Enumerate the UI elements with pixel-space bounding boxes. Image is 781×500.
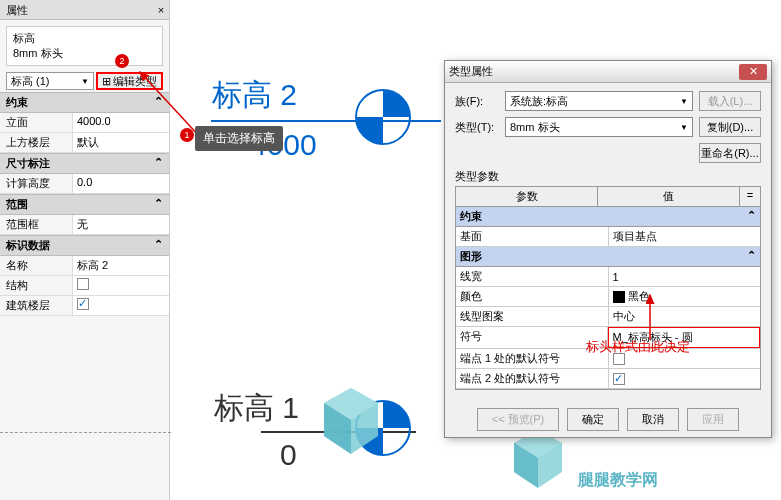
level2-name[interactable]: 标高 2 [212, 75, 297, 116]
section-dimensions[interactable]: 尺寸标注⌃ [0, 153, 169, 174]
param-row[interactable]: 范围框无 [0, 215, 169, 235]
level2-head-icon[interactable] [355, 89, 411, 145]
type-combo[interactable]: 8mm 标头▼ [505, 117, 693, 137]
edit-type-label: 编辑类型 [113, 74, 157, 89]
copy-button[interactable]: 复制(D)... [699, 117, 761, 137]
param-table: 参数 值 = 约束⌃ 基面项目基点 图形⌃ 线宽1 颜色黑色 线型图案中心 符号… [455, 186, 761, 390]
dialog-title: 类型属性 [449, 64, 493, 79]
section-graphics[interactable]: 图形⌃ [456, 247, 760, 267]
watermark-subtitle: 腿腿教学网 [578, 470, 658, 491]
table-header: 参数 值 = [456, 187, 760, 207]
dialog-title-bar[interactable]: 类型属性 ✕ [445, 61, 771, 83]
section-constraints[interactable]: 约束⌃ [456, 207, 760, 227]
type-preview-box[interactable]: 标高 8mm 标头 [6, 26, 163, 66]
close-icon[interactable]: ✕ [739, 64, 767, 80]
annotation-note: 标头样式由此决定 [586, 338, 690, 356]
rename-button[interactable]: 重命名(R)... [699, 143, 761, 163]
table-row[interactable]: 颜色黑色 [456, 287, 760, 307]
collapse-icon: ⌃ [154, 238, 163, 253]
family-label: 族(F): [455, 94, 499, 109]
ok-button[interactable]: 确定 [567, 408, 619, 431]
param-row[interactable]: 上方楼层默认 [0, 133, 169, 153]
collapse-icon: ⌃ [154, 95, 163, 110]
param-row[interactable]: 名称标高 2 [0, 256, 169, 276]
family-combo[interactable]: 系统族:标高▼ [505, 91, 693, 111]
guide-dashline [0, 432, 171, 433]
type-name: 标高 [13, 31, 156, 46]
table-row[interactable]: 线型图案中心 [456, 307, 760, 327]
param-row[interactable]: 计算高度0.0 [0, 174, 169, 194]
param-row[interactable]: 建筑楼层 [0, 296, 169, 316]
section-constraints[interactable]: 约束⌃ [0, 92, 169, 113]
chevron-down-icon: ▼ [680, 97, 688, 106]
cancel-button[interactable]: 取消 [627, 408, 679, 431]
collapse-icon: ⌃ [747, 249, 756, 264]
param-row[interactable]: 立面4000.0 [0, 113, 169, 133]
color-swatch-icon [613, 291, 625, 303]
preview-button[interactable]: << 预览(P) [477, 408, 560, 431]
panel-title: 属性 [6, 0, 28, 19]
section-extents[interactable]: 范围⌃ [0, 194, 169, 215]
type-properties-dialog: 类型属性 ✕ 族(F): 系统族:标高▼ 载入(L)... 类型(T): 8mm… [444, 60, 772, 438]
section-identity[interactable]: 标识数据⌃ [0, 235, 169, 256]
level1-value[interactable]: 0 [280, 438, 297, 472]
table-row[interactable]: 线宽1 [456, 267, 760, 287]
chevron-down-icon: ▼ [81, 77, 89, 86]
table-row[interactable]: 端点 2 处的默认符号 [456, 369, 760, 389]
col-param: 参数 [456, 187, 598, 206]
checkbox[interactable] [613, 373, 625, 385]
type-params-label: 类型参数 [455, 169, 761, 184]
collapse-icon: ⌃ [154, 197, 163, 212]
collapse-icon: ⌃ [154, 156, 163, 171]
level1-name[interactable]: 标高 1 [214, 388, 299, 429]
element-selector[interactable]: 标高 (1) ▼ [6, 72, 94, 90]
load-button[interactable]: 载入(L)... [699, 91, 761, 111]
type-detail: 8mm 标头 [13, 46, 156, 61]
table-row[interactable]: 基面项目基点 [456, 227, 760, 247]
watermark-cube-icon [320, 386, 382, 458]
dialog-footer: << 预览(P) 确定 取消 应用 [445, 408, 771, 431]
edit-type-icon: ⊞ [102, 75, 111, 88]
type-label: 类型(T): [455, 120, 499, 135]
panel-title-bar: 属性 × [0, 0, 169, 20]
chevron-down-icon: ▼ [680, 123, 688, 132]
annotation-tooltip: 单击选择标高 [195, 126, 283, 151]
annotation-badge-1: 1 [180, 128, 194, 142]
col-equal: = [740, 187, 760, 206]
selector-label: 标高 (1) [11, 74, 50, 89]
edit-type-button[interactable]: ⊞ 编辑类型 [96, 72, 163, 90]
col-value: 值 [598, 187, 740, 206]
annotation-badge-2: 2 [115, 54, 129, 68]
panel-close-icon[interactable]: × [153, 0, 169, 19]
checkbox[interactable] [77, 298, 89, 310]
param-row[interactable]: 结构 [0, 276, 169, 296]
apply-button[interactable]: 应用 [687, 408, 739, 431]
checkbox[interactable] [77, 278, 89, 290]
properties-panel: 属性 × 标高 8mm 标头 标高 (1) ▼ ⊞ 编辑类型 2 约束⌃ 立面4… [0, 0, 170, 500]
collapse-icon: ⌃ [747, 209, 756, 224]
